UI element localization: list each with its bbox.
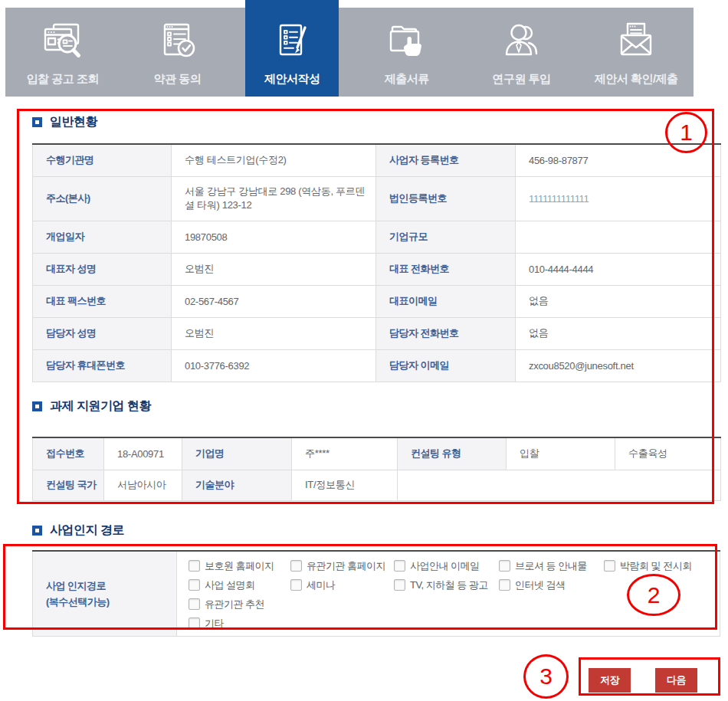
- proposal-write-icon: [271, 18, 313, 66]
- nav-step-terms-agree[interactable]: 약관 동의: [120, 8, 235, 97]
- step-nav: 입찰 공고 조회 약관 동의: [5, 8, 694, 97]
- nav-label: 약관 동의: [154, 72, 202, 87]
- annotation-box-3: [579, 657, 720, 696]
- nav-label: 입찰 공고 조회: [27, 72, 99, 87]
- section-title-recognition: 사업인지 경로: [32, 522, 124, 539]
- nav-step-confirm-submit[interactable]: 제안서 확인/제출: [579, 8, 694, 97]
- nav-label: 제출서류: [385, 72, 429, 87]
- annotation-box-1: [17, 109, 714, 504]
- envelope-confirm-icon: [615, 18, 657, 66]
- terms-check-icon: [156, 18, 199, 66]
- researchers-icon: [500, 18, 543, 66]
- documents-submit-icon: [385, 18, 428, 66]
- nav-step-submit-documents[interactable]: 제출서류: [349, 8, 464, 97]
- annotation-badge-1: 1: [665, 112, 707, 153]
- browser-search-icon: [41, 18, 84, 66]
- annotation-badge-2: 2: [627, 574, 680, 616]
- nav-step-write-proposal[interactable]: 제안서작성: [234, 8, 349, 97]
- annotation-badge-3: 3: [523, 654, 569, 699]
- nav-step-bid-search[interactable]: 입찰 공고 조회: [5, 8, 120, 97]
- section-bullet-icon: [32, 526, 42, 536]
- annotation-box-2: [3, 544, 717, 630]
- nav-step-researchers[interactable]: 연구원 투입: [464, 8, 579, 97]
- nav-label: 제안서 확인/제출: [595, 72, 678, 87]
- nav-label: 연구원 투입: [492, 72, 550, 87]
- nav-label: 제안서작성: [264, 72, 320, 87]
